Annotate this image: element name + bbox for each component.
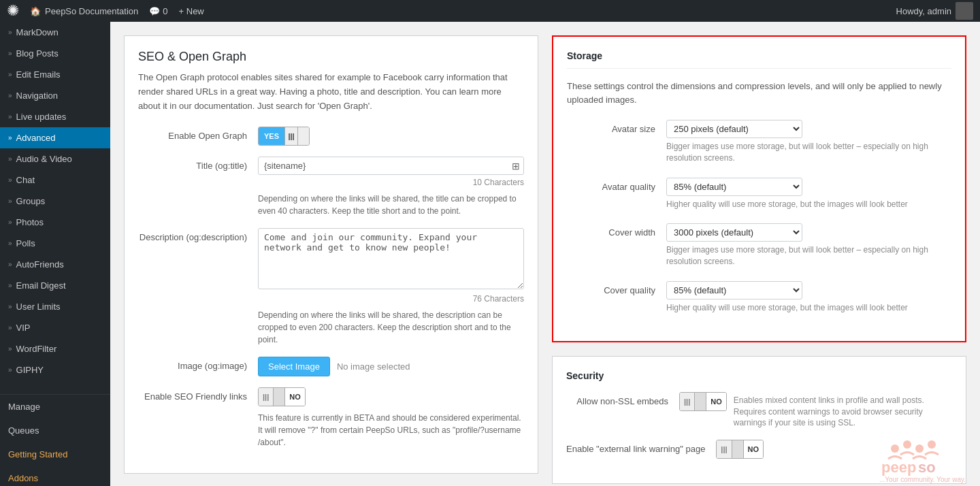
sidebar-item-vip[interactable]: » VIP bbox=[0, 317, 110, 338]
sidebar-label-groups: Groups bbox=[16, 196, 46, 206]
sidebar-item-liveupdates[interactable]: » Live updates bbox=[0, 106, 110, 127]
seo-links-toggle[interactable]: ||| NO bbox=[258, 387, 306, 406]
arrow-icon: » bbox=[8, 50, 12, 57]
og-desc-label: Description (og:description) bbox=[138, 228, 247, 242]
security-panel: Security Allow non-SSL embeds ||| NO Ena… bbox=[552, 356, 966, 484]
cover-width-row: Cover width 3000 pixels (default) 1500 p… bbox=[567, 223, 951, 268]
sidebar-label-navigation: Navigation bbox=[16, 91, 58, 101]
og-title-control: ⊞ 10 Characters Depending on where the l… bbox=[258, 157, 524, 217]
sidebar-item-audiovideo[interactable]: » Audio & Video bbox=[0, 148, 110, 169]
og-desc-char-count: 76 Characters bbox=[258, 294, 524, 304]
svg-text:so: so bbox=[918, 459, 936, 476]
enable-og-label: Enable Open Graph bbox=[138, 127, 247, 141]
avatar-size-help: Bigger images use more storage, but will… bbox=[666, 141, 951, 164]
right-column: Storage These settings control the dimen… bbox=[552, 35, 966, 484]
avatar-quality-label: Avatar quality bbox=[567, 178, 655, 192]
addons-label: Addons bbox=[8, 473, 38, 483]
avatar-size-label: Avatar size bbox=[567, 120, 655, 134]
select-image-button[interactable]: Select Image bbox=[258, 357, 330, 376]
sidebar-item-manage[interactable]: Manage bbox=[0, 395, 110, 419]
seo-title: SEO & Open Graph bbox=[138, 50, 524, 64]
og-title-row: Title (og:title) ⊞ 10 Characters Dependi… bbox=[138, 157, 524, 217]
allow-non-ssl-toggle[interactable]: ||| NO bbox=[679, 392, 727, 411]
arrow-icon: » bbox=[8, 345, 12, 353]
enable-og-toggle[interactable]: YES ||| bbox=[258, 127, 310, 146]
cover-quality-select[interactable]: 85% (default) 100% 70% bbox=[666, 281, 802, 299]
arrow-icon: » bbox=[8, 92, 12, 99]
arrow-icon: » bbox=[8, 176, 12, 184]
comments-count: 0 bbox=[163, 6, 167, 16]
sidebar-item-editemails[interactable]: » Edit Emails bbox=[0, 64, 110, 85]
sidebar: » MarkDown » Blog Posts » Edit Emails » … bbox=[0, 22, 110, 486]
site-name[interactable]: 🏠 PeepSo Documentation bbox=[30, 6, 138, 16]
avatar-size-select[interactable]: 250 pixels (default) 500 pixels 100 pixe… bbox=[666, 120, 802, 138]
sidebar-label-audiovideo: Audio & Video bbox=[16, 154, 72, 164]
og-image-label: Image (og:image) bbox=[138, 357, 247, 371]
sidebar-label-giphy: GIPHY bbox=[16, 365, 44, 375]
main-content: SEO & Open Graph The Open Graph protocol… bbox=[110, 22, 980, 486]
og-desc-control: Come and join our community. Expand your… bbox=[258, 228, 524, 346]
cover-width-help: Bigger images use more storage, but will… bbox=[666, 244, 951, 268]
admin-info: Howdy, admin bbox=[896, 2, 973, 20]
sidebar-item-advanced[interactable]: » Advanced bbox=[0, 127, 110, 148]
seo-section: SEO & Open Graph The Open Graph protocol… bbox=[124, 35, 538, 474]
manage-label: Manage bbox=[8, 402, 40, 412]
seo-links-control: ||| NO This feature is currently in BETA… bbox=[258, 387, 524, 449]
og-desc-textarea[interactable]: Come and join our community. Expand your… bbox=[258, 228, 524, 289]
sidebar-label-autofriends: AutoFriends bbox=[16, 259, 64, 270]
arrow-icon: » bbox=[8, 366, 12, 374]
arrow-icon: » bbox=[8, 197, 12, 205]
sidebar-item-wordfilter[interactable]: » WordFilter bbox=[0, 338, 110, 359]
external-link-row: Enable "external link warning" page ||| … bbox=[566, 440, 952, 459]
cover-width-select[interactable]: 3000 pixels (default) 1500 pixels 1000 p… bbox=[666, 223, 802, 242]
sidebar-item-emaildigest[interactable]: » Email Digest bbox=[0, 275, 110, 296]
svg-text:peep: peep bbox=[881, 459, 916, 476]
arrow-icon: » bbox=[8, 240, 12, 247]
comments-button[interactable]: 💬 0 bbox=[149, 6, 167, 16]
external-link-toggle[interactable]: ||| NO bbox=[716, 440, 764, 459]
allow-non-ssl-row: Allow non-SSL embeds ||| NO Enables mixe… bbox=[566, 392, 952, 429]
getting-started-label: Getting Started bbox=[8, 449, 67, 459]
toggle-off-handle bbox=[273, 388, 285, 406]
sidebar-item-photos[interactable]: » Photos bbox=[0, 212, 110, 233]
sidebar-item-addons[interactable]: Addons bbox=[0, 466, 110, 486]
sidebar-item-userlimits[interactable]: » User Limits bbox=[0, 296, 110, 317]
sidebar-item-polls[interactable]: » Polls bbox=[0, 233, 110, 254]
sidebar-item-blogposts[interactable]: » Blog Posts bbox=[0, 43, 110, 64]
sidebar-label-vip: VIP bbox=[16, 323, 31, 333]
sidebar-item-autofriends[interactable]: » AutoFriends bbox=[0, 254, 110, 275]
new-button[interactable]: + New bbox=[179, 6, 204, 16]
sidebar-label-advanced: Advanced bbox=[16, 133, 56, 143]
og-title-input[interactable] bbox=[258, 157, 524, 175]
sidebar-item-groups[interactable]: » Groups bbox=[0, 191, 110, 212]
sidebar-item-chat[interactable]: » Chat bbox=[0, 169, 110, 191]
seo-links-label: Enable SEO Friendly links bbox=[138, 387, 247, 402]
template-icon: ⊞ bbox=[512, 161, 520, 172]
storage-title: Storage bbox=[567, 50, 951, 69]
seo-description: The Open Graph protocol enables sites sh… bbox=[138, 71, 524, 113]
arrow-icon: » bbox=[8, 155, 12, 163]
og-image-control: Select Image No image selected bbox=[258, 357, 524, 376]
sidebar-label-photos: Photos bbox=[16, 217, 44, 227]
toggle-icon: ||| bbox=[680, 393, 694, 410]
toggle-yes-label: YES bbox=[259, 127, 284, 145]
sidebar-item-queues[interactable]: Queues bbox=[0, 419, 110, 442]
sidebar-label-userlimits: User Limits bbox=[16, 302, 61, 312]
sidebar-item-navigation[interactable]: » Navigation bbox=[0, 85, 110, 106]
toggle-no-area bbox=[298, 127, 309, 145]
admin-bar: ✺ 🏠 PeepSo Documentation 💬 0 + New Howdy… bbox=[0, 0, 980, 22]
sidebar-item-markdown[interactable]: » MarkDown bbox=[0, 22, 110, 43]
arrow-icon: » bbox=[8, 134, 12, 142]
arrow-icon: » bbox=[8, 113, 12, 120]
enable-og-control: YES ||| bbox=[258, 127, 524, 146]
security-title: Security bbox=[566, 370, 952, 381]
cover-quality-control: 85% (default) 100% 70% Higher quality wi… bbox=[666, 281, 951, 314]
allow-non-ssl-help-wrapper: Enables mixed content links in profile a… bbox=[734, 392, 952, 429]
toggle-handle: ||| bbox=[284, 127, 298, 145]
avatar-quality-select[interactable]: 85% (default) 100% 70% bbox=[666, 178, 802, 196]
og-title-help: Depending on where the links will be sha… bbox=[258, 193, 524, 217]
toggle-handle bbox=[694, 393, 706, 410]
sidebar-item-giphy[interactable]: » GIPHY bbox=[0, 359, 110, 380]
sidebar-item-getting-started[interactable]: Getting Started bbox=[0, 442, 110, 466]
og-image-row: Image (og:image) Select Image No image s… bbox=[138, 357, 524, 376]
